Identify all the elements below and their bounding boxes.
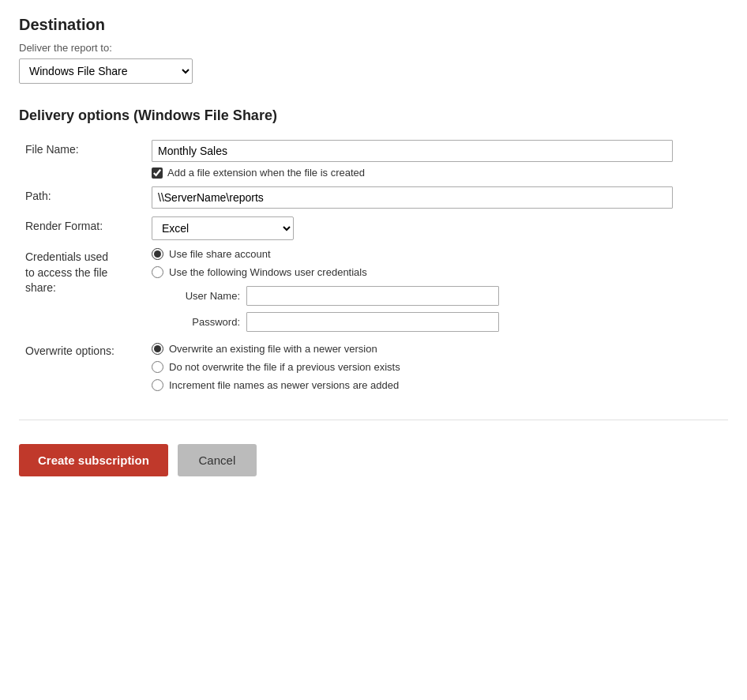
username-row: User Name: [169, 286, 722, 306]
password-row: Password: [169, 312, 722, 332]
password-label: Password: [169, 316, 240, 328]
destination-select[interactable]: Windows File Share Email SharePoint [19, 58, 193, 84]
overwrite-radio-group: Overwrite an existing file with a newer … [152, 343, 722, 391]
file-name-row: File Name: Add a file extension when the… [19, 137, 728, 183]
cancel-button[interactable]: Cancel [178, 444, 257, 476]
credentials-option-2[interactable]: Use the following Windows user credentia… [152, 266, 722, 278]
username-input[interactable] [246, 286, 499, 306]
delivery-section: Delivery options (Windows File Share) Fi… [19, 107, 728, 396]
overwrite-option-2[interactable]: Do not overwrite the file if a previous … [152, 361, 722, 373]
delivery-form-table: File Name: Add a file extension when the… [19, 137, 728, 396]
credentials-label: Credentials usedto access the fileshare: [19, 245, 145, 337]
file-name-label: File Name: [19, 137, 145, 183]
password-input[interactable] [246, 312, 499, 332]
overwrite-radio-3[interactable] [152, 379, 163, 391]
button-row: Create subscription Cancel [19, 444, 728, 476]
path-label: Path: [19, 183, 145, 213]
deliver-label: Deliver the report to: [19, 42, 728, 54]
destination-title: Destination [19, 16, 728, 34]
overwrite-value-cell: Overwrite an existing file with a newer … [145, 337, 728, 396]
credentials-option-1[interactable]: Use file share account [152, 248, 722, 260]
overwrite-option-3-label: Increment file names as newer versions a… [169, 379, 399, 391]
create-subscription-button[interactable]: Create subscription [19, 444, 168, 476]
destination-section: Destination Deliver the report to: Windo… [19, 16, 728, 84]
credentials-radio-1[interactable] [152, 248, 163, 260]
add-extension-checkbox[interactable] [152, 167, 163, 179]
credentials-radio-group: Use file share account Use the following… [152, 248, 722, 278]
overwrite-option-2-label: Do not overwrite the file if a previous … [169, 361, 400, 373]
path-input[interactable] [152, 186, 673, 209]
username-label: User Name: [169, 290, 240, 302]
path-value-cell [145, 183, 728, 213]
credential-fields: User Name: Password: [169, 286, 722, 332]
overwrite-radio-2[interactable] [152, 361, 163, 373]
credentials-option-1-label: Use file share account [169, 248, 271, 260]
divider [19, 420, 728, 420]
add-extension-row: Add a file extension when the file is cr… [152, 167, 722, 179]
credentials-row: Credentials usedto access the fileshare:… [19, 245, 728, 337]
file-name-value-cell: Add a file extension when the file is cr… [145, 137, 728, 183]
delivery-title: Delivery options (Windows File Share) [19, 107, 728, 124]
overwrite-option-1[interactable]: Overwrite an existing file with a newer … [152, 343, 722, 355]
overwrite-row: Overwrite options: Overwrite an existing… [19, 337, 728, 396]
render-format-label: Render Format: [19, 213, 145, 245]
path-row: Path: [19, 183, 728, 213]
render-format-row: Render Format: Excel PDF Word CSV XML [19, 213, 728, 245]
render-format-value-cell: Excel PDF Word CSV XML [145, 213, 728, 245]
credentials-option-2-label: Use the following Windows user credentia… [169, 266, 367, 278]
file-name-input[interactable] [152, 140, 673, 162]
overwrite-radio-1[interactable] [152, 343, 163, 355]
overwrite-option-3[interactable]: Increment file names as newer versions a… [152, 379, 722, 391]
credentials-value-cell: Use file share account Use the following… [145, 245, 728, 337]
render-format-select[interactable]: Excel PDF Word CSV XML [152, 216, 294, 240]
overwrite-option-1-label: Overwrite an existing file with a newer … [169, 343, 377, 355]
credentials-radio-2[interactable] [152, 266, 163, 278]
overwrite-label: Overwrite options: [19, 337, 145, 396]
add-extension-label: Add a file extension when the file is cr… [167, 167, 365, 179]
